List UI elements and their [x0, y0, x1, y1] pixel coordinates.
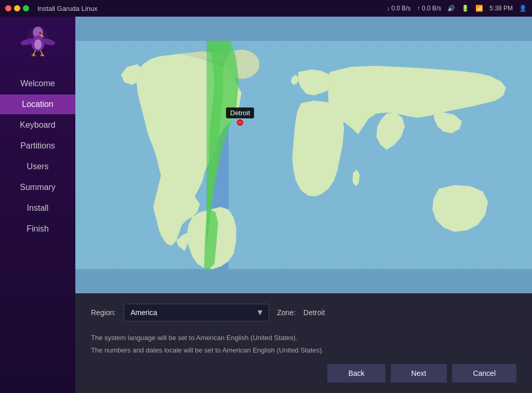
volume-icon: 🔊 — [447, 5, 455, 12]
region-label: Region: — [91, 308, 116, 317]
maximize-button[interactable] — [23, 5, 29, 11]
region-select-wrapper: Africa America Antarctica Arctic Asia At… — [124, 304, 269, 321]
sidebar-item-welcome[interactable]: Welcome — [0, 74, 75, 93]
cancel-button[interactable]: Cancel — [452, 364, 516, 383]
sidebar-item-keyboard[interactable]: Keyboard — [0, 115, 75, 135]
content-area: Detroit Region: Africa America Antarctic… — [75, 17, 532, 393]
window-controls[interactable] — [5, 5, 29, 11]
info-line-2: The numbers and dates locale will be set… — [91, 344, 516, 356]
sidebar-item-finish[interactable]: Finish — [0, 219, 75, 239]
svg-point-8 — [34, 39, 42, 50]
minimize-button[interactable] — [14, 5, 20, 11]
battery-icon: 🔋 — [461, 5, 469, 12]
info-text-block: The system language will be set to Ameri… — [91, 332, 516, 356]
titlebar: Install Garuda Linux ↓ 0.0 B/s ↑ 0.0 B/s… — [0, 0, 532, 17]
upload-indicator: ↑ 0.0 B/s — [417, 5, 442, 12]
region-zone-row: Region: Africa America Antarctica Arctic… — [91, 304, 516, 321]
sidebar-item-partitions[interactable]: Partitions — [0, 136, 75, 156]
clock: 5:38 PM — [489, 5, 513, 12]
svg-line-9 — [33, 50, 35, 54]
download-indicator: ↓ 0.0 B/s — [387, 5, 411, 12]
controls-area: Region: Africa America Antarctica Arctic… — [75, 293, 532, 393]
sidebar: Welcome Location Keyboard Partitions Use… — [0, 17, 75, 393]
sidebar-item-users[interactable]: Users — [0, 157, 75, 177]
main-layout: Welcome Location Keyboard Partitions Use… — [0, 17, 532, 393]
svg-line-10 — [40, 50, 42, 54]
region-select[interactable]: Africa America Antarctica Arctic Asia At… — [124, 304, 269, 321]
svg-point-4 — [39, 33, 41, 34]
info-line-1: The system language will be set to Ameri… — [91, 332, 516, 344]
network-icon: 📶 — [475, 5, 483, 12]
next-button[interactable]: Next — [391, 364, 447, 383]
titlebar-right: ↓ 0.0 B/s ↑ 0.0 B/s 🔊 🔋 📶 5:38 PM 👤 — [387, 5, 527, 12]
sidebar-nav: Welcome Location Keyboard Partitions Use… — [0, 74, 75, 239]
city-dot — [237, 119, 243, 126]
user-icon: 👤 — [519, 5, 527, 12]
sidebar-item-install[interactable]: Install — [0, 198, 75, 218]
sidebar-item-location[interactable]: Location — [0, 94, 75, 114]
back-button[interactable]: Back — [327, 364, 385, 383]
zone-label: Zone: — [277, 308, 296, 317]
sidebar-item-summary[interactable]: Summary — [0, 178, 75, 197]
zone-value: Detroit — [303, 308, 325, 317]
window-title: Install Garuda Linux — [37, 5, 98, 12]
app-logo — [17, 22, 59, 63]
city-marker-detroit: Detroit — [226, 107, 254, 126]
buttons-row: Back Next Cancel — [91, 364, 516, 383]
timezone-map[interactable]: Detroit — [75, 17, 532, 293]
city-label: Detroit — [226, 107, 254, 118]
close-button[interactable] — [5, 5, 11, 11]
